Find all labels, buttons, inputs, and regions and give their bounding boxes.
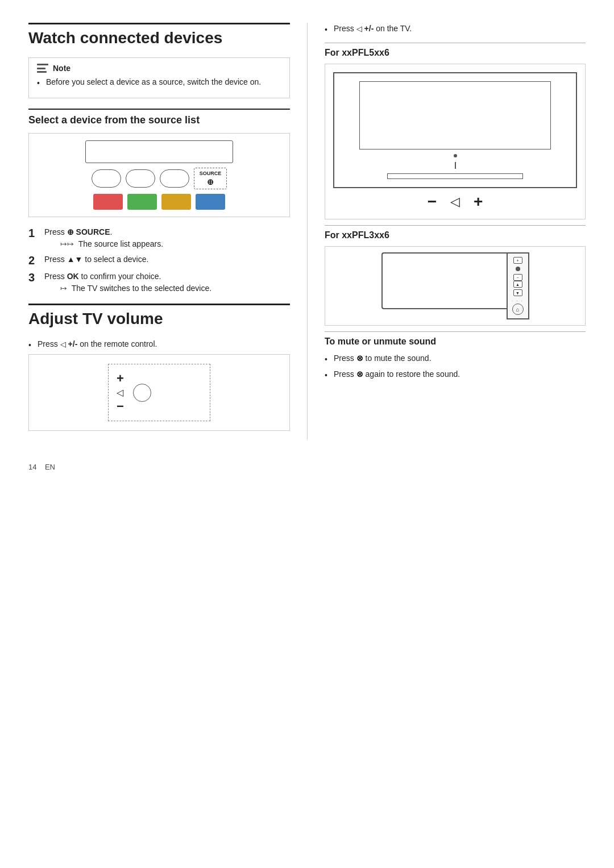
remote-right — [133, 384, 151, 402]
mute-text-1: Press ⊗ to mute the sound. — [334, 352, 432, 364]
step-2: 2 Press ▲▼ to select a device. — [28, 254, 290, 267]
for-3xx6-title: For xxPFL3xx6 — [325, 225, 586, 240]
tv-5xx6-stand-base — [387, 173, 522, 179]
page-number: 14 — [28, 463, 36, 471]
tv3-mid-btns: ▲ ▼ — [510, 281, 526, 296]
tv-5xx6-screen — [359, 81, 551, 149]
mute-text-2: Press ⊗ again to restore the sound. — [334, 368, 460, 380]
steps-list: 1 Press ⊕ SOURCE. ↦ The source list appe… — [28, 226, 290, 294]
vol-plus-symbol: + — [117, 372, 124, 385]
tv-5xx6-diagram: − ◁ + — [325, 64, 586, 219]
page-language: EN — [45, 463, 55, 471]
bullet-dot: • — [37, 77, 42, 89]
tv-press-text: Press ◁ +/- on the TV. — [334, 23, 412, 35]
note-header: Note — [37, 64, 281, 73]
color-btn-yellow — [161, 194, 191, 210]
tv-plus-sign: + — [474, 193, 483, 211]
note-body-text: Before you select a device as a source, … — [46, 76, 261, 88]
step-1-text: Press ⊕ SOURCE. — [44, 227, 112, 236]
step-3: 3 Press OK to confirm your choice. ↦ The… — [28, 271, 290, 294]
tv3-top-btns: + − — [510, 257, 526, 281]
remote-body: + ◁ − — [108, 364, 210, 421]
step-1-num: 1 — [28, 226, 40, 240]
mute-section-title: To mute or unmute sound — [325, 331, 586, 347]
tv3-btn-1: + — [513, 257, 522, 264]
color-btn-red — [93, 194, 123, 210]
bullet-dot-adjust: • — [28, 339, 33, 351]
tv3-dots: · · · — [512, 298, 524, 304]
select-device-title: Select a device from the source list — [28, 109, 290, 126]
step-1-sub: ↦ The source list appears. — [44, 238, 163, 250]
color-btn-green — [127, 194, 157, 210]
step-1-content: Press ⊕ SOURCE. ↦ The source list appear… — [44, 226, 163, 250]
tv-5xx6-controls: − ◁ + — [333, 193, 577, 211]
source-remote-diagram: SOURCE ⊕ — [28, 133, 290, 217]
tv-3xx6-panel: + − ▲ ▼ · · · ⌂ — [507, 252, 529, 319]
source-button-area: SOURCE ⊕ — [92, 168, 227, 189]
step-3-arrow: ↦ — [60, 283, 67, 294]
for-5xx6-title: For xxPFL5xx6 — [325, 43, 586, 58]
tv3-ch-dn: ▼ — [513, 289, 522, 296]
oval-btn-1 — [92, 169, 121, 188]
step-1-arrow: ↦ — [60, 238, 74, 250]
mute-bullet-2: • Press ⊗ again to restore the sound. — [325, 368, 586, 381]
color-btn-blue — [196, 194, 225, 210]
tv-3xx6-body: + − ▲ ▼ · · · ⌂ — [381, 252, 529, 319]
remote-screen-area — [85, 140, 233, 163]
step-3-content: Press OK to confirm your choice. ↦ The T… — [44, 271, 211, 294]
tv-vol-icon: ◁ — [450, 194, 460, 209]
note-icon — [37, 64, 48, 73]
color-buttons — [93, 194, 225, 210]
mute-dot-1: • — [325, 354, 329, 366]
adjust-bullet: • Press ◁ +/- on the remote control. — [28, 338, 290, 351]
note-box: Note • Before you select a device as a s… — [28, 57, 290, 98]
tv-5xx6-dot — [454, 154, 457, 157]
source-button: SOURCE ⊕ — [194, 168, 227, 189]
step-2-content: Press ▲▼ to select a device. — [44, 254, 148, 265]
remote-circle — [133, 384, 151, 402]
tv-minus-sign: − — [428, 193, 437, 211]
step-3-num: 3 — [28, 271, 40, 284]
tv3-btn-2: − — [513, 274, 522, 281]
tv-5xx6-stand-top — [455, 162, 456, 169]
remote-volume-diagram: + ◁ − — [28, 354, 290, 431]
vol-minus-symbol: − — [117, 400, 124, 413]
oval-btn-2 — [126, 169, 155, 188]
step-2-num: 2 — [28, 254, 40, 267]
tv3-dot-1 — [516, 267, 520, 271]
adjust-bullet-text: Press ◁ +/- on the remote control. — [38, 338, 157, 350]
note-text: • Before you select a device as a source… — [37, 76, 281, 89]
oval-btn-3 — [160, 169, 189, 188]
tv-press-bullet: • Press ◁ +/- on the TV. — [325, 23, 586, 36]
tv3-ch-up: ▲ — [513, 281, 522, 288]
step-3-sub: ↦ The TV switches to the selected device… — [44, 283, 211, 294]
page-footer: 14 EN — [28, 463, 586, 471]
tv3-home-button: ⌂ — [512, 304, 524, 315]
step-1: 1 Press ⊕ SOURCE. ↦ The source list appe… — [28, 226, 290, 250]
tv3-dots-row: · · · — [512, 296, 524, 304]
tv-3xx6-diagram: + − ▲ ▼ · · · ⌂ — [325, 246, 586, 326]
mute-bullet-1: • Press ⊗ to mute the sound. — [325, 352, 586, 366]
note-label: Note — [53, 64, 70, 73]
adjust-tv-volume-title: Adjust TV volume — [28, 304, 290, 328]
page-title: Watch connected devices — [28, 23, 290, 47]
tv-3xx6-screen — [381, 252, 507, 309]
tv-5xx6-body — [333, 72, 577, 188]
remote-left: + ◁ − — [117, 372, 124, 413]
tv-bullet-dot: • — [325, 24, 329, 36]
mute-dot-2: • — [325, 369, 329, 381]
vol-icon: ◁ — [117, 387, 123, 398]
